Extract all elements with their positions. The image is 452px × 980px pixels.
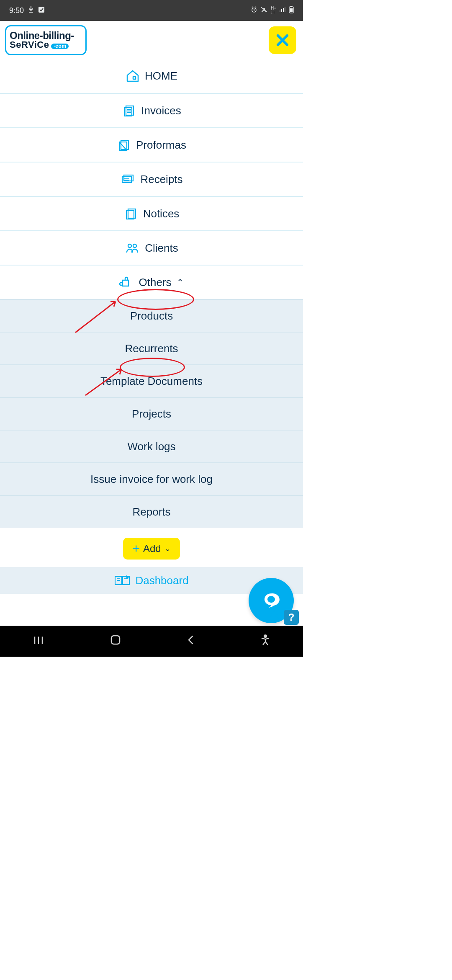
nav-label: Receipts xyxy=(140,173,182,186)
sub-reports[interactable]: Reports xyxy=(0,495,303,528)
nav-home[interactable]: HOME xyxy=(0,59,303,93)
back-button[interactable] xyxy=(187,634,195,649)
svg-line-35 xyxy=(276,617,280,620)
sub-label: Projects xyxy=(132,407,171,420)
add-label: Add xyxy=(143,543,161,554)
sub-label: Template Documents xyxy=(100,375,203,388)
sub-label: Products xyxy=(130,309,173,322)
sub-work-logs[interactable]: Work logs xyxy=(0,430,303,462)
main-nav: HOME Invoices Proformas Receipts Notices… xyxy=(0,59,303,528)
svg-point-27 xyxy=(133,244,136,248)
android-nav-bar xyxy=(0,626,303,657)
nav-proformas[interactable]: Proformas xyxy=(0,127,303,162)
clients-icon xyxy=(125,242,140,254)
svg-rect-5 xyxy=(285,7,285,12)
sub-issue-invoice-work-log[interactable]: Issue invoice for work log xyxy=(0,462,303,495)
sub-label: Reports xyxy=(132,505,170,518)
nav-receipts[interactable]: Receipts xyxy=(0,162,303,196)
download-icon xyxy=(28,6,34,15)
close-button[interactable] xyxy=(269,26,296,54)
others-icon xyxy=(119,276,134,289)
invoices-icon xyxy=(122,104,136,117)
chevron-up-icon: ⌃ xyxy=(177,277,184,287)
add-row: + Add ⌄ xyxy=(0,528,303,567)
checkbox-icon xyxy=(38,6,45,15)
add-button[interactable]: + Add ⌄ xyxy=(123,538,180,560)
nav-notices[interactable]: Notices xyxy=(0,196,303,230)
sub-template-documents[interactable]: Template Documents xyxy=(0,364,303,397)
svg-rect-2 xyxy=(280,10,280,12)
accessibility-button[interactable] xyxy=(260,634,270,649)
status-time: 9:50 xyxy=(9,6,24,15)
status-right: H+↓↑ xyxy=(251,6,294,15)
sub-projects[interactable]: Projects xyxy=(0,397,303,430)
search-icon[interactable] xyxy=(269,609,281,625)
others-submenu: Products Recurrents Template Documents P… xyxy=(0,299,303,528)
proformas-icon xyxy=(117,139,131,151)
header: Online-billing- SeRViCe ·com xyxy=(0,21,303,59)
dashboard-icon xyxy=(114,575,130,586)
signal-icon xyxy=(279,6,286,15)
nav-label: Notices xyxy=(143,207,180,220)
nav-label: Invoices xyxy=(141,104,181,117)
nav-label: HOME xyxy=(145,70,177,83)
home-button[interactable] xyxy=(110,634,121,649)
nav-clients[interactable]: Clients xyxy=(0,230,303,265)
nav-others[interactable]: Others ⌃ xyxy=(0,265,303,299)
close-icon xyxy=(275,32,290,48)
dashboard-label: Dashboard xyxy=(135,574,188,587)
svg-rect-11 xyxy=(133,77,136,79)
network-type-icon: H+↓↑ xyxy=(271,6,276,15)
svg-point-26 xyxy=(128,244,131,248)
status-left: 9:50 xyxy=(9,6,45,15)
nav-label: Proformas xyxy=(136,139,186,152)
alarm-icon xyxy=(251,6,257,15)
chevron-down-icon: ⌄ xyxy=(164,544,171,553)
nav-invoices[interactable]: Invoices xyxy=(0,93,303,127)
logo[interactable]: Online-billing- SeRViCe ·com xyxy=(5,25,87,55)
svg-rect-3 xyxy=(281,9,282,12)
sub-products[interactable]: Products xyxy=(0,299,303,332)
nav-label: Others xyxy=(139,276,171,289)
battery-icon xyxy=(289,6,294,15)
plus-icon: + xyxy=(132,542,140,555)
notices-icon xyxy=(124,207,138,220)
recent-apps-button[interactable] xyxy=(33,634,44,648)
svg-rect-8 xyxy=(290,8,293,12)
help-button[interactable]: ? xyxy=(284,610,299,625)
svg-point-33 xyxy=(267,596,275,603)
svg-point-34 xyxy=(270,611,277,618)
sub-label: Recurrents xyxy=(125,342,178,355)
home-icon xyxy=(126,70,140,82)
sub-label: Work logs xyxy=(127,440,175,453)
status-bar: 9:50 H+↓↑ xyxy=(0,0,303,21)
chat-icon xyxy=(261,590,282,611)
sub-label: Issue invoice for work log xyxy=(90,473,213,486)
svg-rect-0 xyxy=(39,7,44,13)
svg-point-42 xyxy=(264,635,267,637)
logo-suffix: ·com xyxy=(51,44,69,49)
svg-rect-41 xyxy=(111,636,120,644)
vibrate-icon xyxy=(260,6,268,15)
sub-recurrents[interactable]: Recurrents xyxy=(0,332,303,364)
receipts-icon xyxy=(120,173,135,185)
svg-rect-7 xyxy=(290,6,292,7)
logo-line2: SeRViCe xyxy=(10,41,49,49)
svg-rect-4 xyxy=(283,8,284,12)
nav-label: Clients xyxy=(145,242,178,255)
help-label: ? xyxy=(288,611,295,623)
bottom-tools: ? xyxy=(269,609,299,625)
